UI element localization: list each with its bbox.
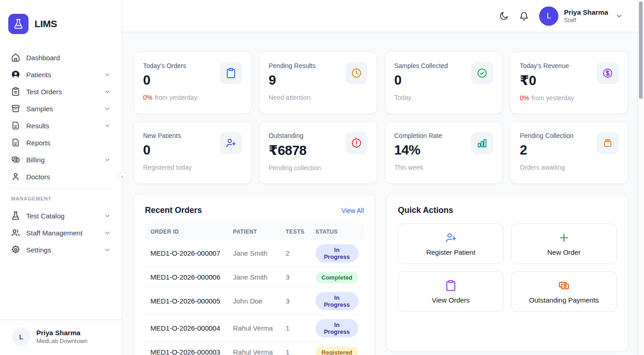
stat-card-completion-rate: Completion Rate 14% This week [385, 121, 503, 184]
sidebar-item-patients[interactable]: Patients [6, 67, 115, 82]
table-row[interactable]: MED1-O-2026-000007 Jane Smith 2 In Progr… [145, 240, 364, 267]
banknotes-icon [558, 280, 570, 292]
status-badge: In Progress [316, 292, 358, 310]
stat-subtitle: Orders awaiting [520, 164, 574, 171]
new-order-button[interactable]: New Order [511, 223, 617, 264]
sidebar-item-test-orders[interactable]: Test Orders [6, 84, 115, 99]
stat-title: Today's Revenue [520, 62, 574, 69]
chevron-down-icon [104, 88, 111, 95]
patient-cell: Rahul Verma [228, 342, 281, 355]
column-header-patient: PATIENT [228, 223, 281, 240]
archive-box-icon [597, 132, 619, 154]
order-id-cell: MED1-O-2026-000006 [145, 267, 228, 288]
stat-title: Outstanding [269, 132, 321, 139]
status-badge: In Progress [316, 319, 358, 338]
sidebar-item-results[interactable]: Results [6, 118, 115, 133]
management-section-label: Management [0, 189, 122, 205]
sidebar-item-settings[interactable]: Settings [6, 242, 115, 258]
column-header-status: STATUS [310, 223, 364, 240]
sidebar-item-samples[interactable]: Samples [6, 101, 115, 116]
sidebar-item-doctors[interactable]: Doctors [6, 169, 115, 184]
user-plus-icon [445, 232, 457, 244]
notifications-bell-icon[interactable] [519, 11, 529, 21]
stat-subtitle: 0%from yesterday [520, 94, 574, 102]
app-logo[interactable]: LIMS [0, 0, 122, 34]
outstanding-payments-button[interactable]: Outstanding Payments [511, 271, 617, 312]
dark-mode-toggle-moon-icon[interactable] [499, 11, 509, 21]
status-badge: Completed [316, 272, 358, 283]
view-orders-button[interactable]: View Orders [398, 271, 504, 312]
tests-cell: 3 [280, 267, 310, 288]
patient-cell: Jane Smith [228, 240, 281, 267]
sidebar: LIMS Dashboard Patients Test Orders Samp… [0, 0, 122, 355]
order-id-cell: MED1-O-2026-000005 [145, 288, 228, 315]
plus-icon [558, 232, 570, 244]
clipboard-icon [220, 62, 242, 84]
stat-card-todays-revenue: Today's Revenue ₹0 0%from yesterday [510, 52, 628, 114]
stat-subtitle: Today [394, 94, 448, 101]
table-header-row: ORDER ID PATIENT TESTS STATUS [145, 223, 364, 240]
users-icon [11, 228, 20, 237]
sidebar-item-reports[interactable]: Reports [6, 135, 115, 150]
stat-card-pending-collection: Pending Collection 2 Orders awaiting [510, 121, 628, 184]
avatar: L [12, 327, 30, 346]
stat-card-todays-orders: Today's Orders 0 0%from yesterday [133, 52, 252, 114]
sidebar-nav: Dashboard Patients Test Orders Samples R… [0, 50, 122, 184]
table-row[interactable]: MED1-O-2026-000006 Jane Smith 3 Complete… [145, 267, 364, 288]
recent-orders-panel: Recent Orders View All ORDER ID PATIENT … [133, 194, 375, 355]
register-patient-button[interactable]: Register Patient [398, 223, 504, 264]
order-id-cell: MED1-O-2026-000003 [145, 342, 228, 355]
sidebar-item-dashboard[interactable]: Dashboard [6, 50, 115, 65]
stat-title: Today's Orders [143, 62, 197, 69]
tests-cell: 2 [280, 240, 310, 267]
sidebar-management-nav: Test Catalog Staff Management Settings [0, 208, 122, 258]
order-id-cell: MED1-O-2026-000007 [145, 240, 228, 267]
stat-subtitle: Pending collection [269, 164, 321, 172]
scrollbar-thumb[interactable] [639, 1, 643, 99]
stat-subtitle: Need attention [269, 94, 316, 101]
main-content: Today's Orders 0 0%from yesterday Pendin… [122, 32, 644, 355]
sidebar-user-card[interactable]: L Priya Sharma MedLab Downtown [0, 320, 122, 355]
chevron-down-icon [104, 212, 111, 219]
quick-actions-title: Quick Actions [398, 206, 453, 215]
stat-title: Pending Collection [520, 132, 574, 139]
patient-cell: John Doe [228, 288, 281, 315]
topbar-user-name: Priya Sharma [564, 8, 608, 16]
stat-value: ₹6878 [269, 143, 321, 158]
patient-cell: Rahul Verma [228, 315, 281, 342]
change-percent: 0% [520, 94, 529, 102]
stat-value: 0 [394, 73, 448, 88]
view-all-link[interactable]: View All [341, 207, 364, 214]
sidebar-user-name: Priya Sharma [36, 329, 87, 337]
user-circle-filled-icon [11, 70, 20, 79]
stat-value: 0 [143, 143, 192, 158]
stat-card-new-patients: New Patients 0 Registered today [133, 121, 252, 184]
column-header-order-id: ORDER ID [145, 223, 228, 240]
sidebar-item-test-catalog[interactable]: Test Catalog [6, 208, 115, 223]
stat-value: 14% [394, 143, 442, 158]
sidebar-item-staff-management[interactable]: Staff Management [6, 225, 115, 240]
stat-subtitle: This week [394, 164, 442, 171]
flask-icon [11, 211, 20, 220]
table-row[interactable]: MED1-O-2026-000004 Rahul Verma 1 In Prog… [145, 315, 364, 342]
change-percent: 0% [143, 94, 152, 101]
table-row[interactable]: MED1-O-2026-000003 Rahul Verma 1 Registe… [145, 342, 364, 355]
stat-title: New Patients [143, 132, 192, 139]
chevron-down-icon [615, 12, 623, 20]
dollar-circle-icon [597, 62, 619, 84]
avatar: L [539, 6, 558, 26]
flask-logo-icon [8, 14, 29, 34]
person-icon [11, 172, 20, 181]
table-row[interactable]: MED1-O-2026-000005 John Doe 3 In Progres… [145, 288, 364, 315]
stat-title: Completion Rate [394, 132, 442, 139]
check-circle-icon [471, 62, 493, 84]
status-badge: Registered [316, 347, 358, 355]
stat-value: 0 [143, 73, 197, 88]
topbar-user-role: Staff [564, 17, 608, 23]
user-menu[interactable]: L Priya Sharma Staff [539, 6, 623, 26]
stat-title: Samples Collected [394, 62, 448, 69]
sidebar-item-billing[interactable]: Billing [6, 152, 115, 167]
scrollbar-track[interactable] [638, 0, 644, 355]
chevron-down-icon [104, 71, 111, 78]
sidebar-collapse-button[interactable]: ‹ [118, 172, 127, 181]
